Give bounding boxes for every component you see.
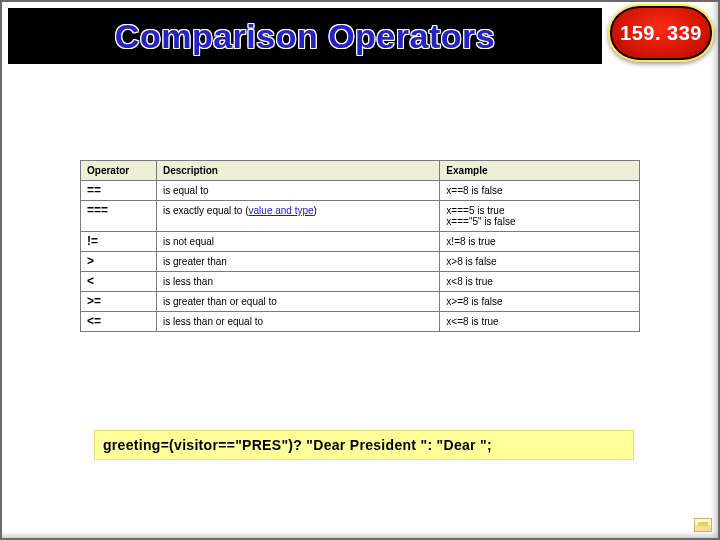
cell-example: x==8 is false — [440, 181, 640, 201]
table-row: <= is less than or equal to x<=8 is true — [81, 312, 640, 332]
cell-description: is greater than — [156, 252, 439, 272]
cell-description: is less than — [156, 272, 439, 292]
page-title: Comparison Operators — [115, 17, 495, 56]
cell-operator: > — [81, 252, 157, 272]
col-header-description: Description — [156, 161, 439, 181]
cell-example: x<=8 is true — [440, 312, 640, 332]
table-row: > is greater than x>8 is false — [81, 252, 640, 272]
cell-operator: >= — [81, 292, 157, 312]
cell-example: x>=8 is false — [440, 292, 640, 312]
cell-operator: != — [81, 232, 157, 252]
desc-prefix: is exactly equal to ( — [163, 205, 249, 216]
table-row: == is equal to x==8 is false — [81, 181, 640, 201]
cell-example: x>8 is false — [440, 252, 640, 272]
cell-description: is greater than or equal to — [156, 292, 439, 312]
slide: Comparison Operators 159. 339 Operator D… — [0, 0, 720, 540]
table-row: >= is greater than or equal to x>=8 is f… — [81, 292, 640, 312]
table-body: == is equal to x==8 is false === is exac… — [81, 181, 640, 332]
cell-description: is not equal — [156, 232, 439, 252]
cell-description: is less than or equal to — [156, 312, 439, 332]
table-row: != is not equal x!=8 is true — [81, 232, 640, 252]
code-snippet: greeting=(visitor=="PRES")? "Dear Presid… — [94, 430, 634, 460]
table-row: < is less than x<8 is true — [81, 272, 640, 292]
cell-operator: < — [81, 272, 157, 292]
cell-operator: === — [81, 201, 157, 232]
slide-number-badge: 159. 339 — [608, 4, 714, 62]
col-header-example: Example — [440, 161, 640, 181]
cell-example: x===5 is true x==="5" is false — [440, 201, 640, 232]
slide-number: 159. 339 — [620, 22, 702, 45]
table-header: Operator Description Example — [81, 161, 640, 181]
cell-description: is exactly equal to (value and type) — [156, 201, 439, 232]
title-bar: Comparison Operators — [8, 8, 602, 64]
cell-description: is equal to — [156, 181, 439, 201]
cell-example: x<8 is true — [440, 272, 640, 292]
operators-table: Operator Description Example == is equal… — [80, 160, 640, 332]
cell-example: x!=8 is true — [440, 232, 640, 252]
cell-operator: == — [81, 181, 157, 201]
page-icon — [694, 518, 712, 532]
desc-link-value-and-type[interactable]: value and type — [249, 205, 314, 216]
col-header-operator: Operator — [81, 161, 157, 181]
table-row: === is exactly equal to (value and type)… — [81, 201, 640, 232]
desc-suffix: ) — [314, 205, 317, 216]
cell-operator: <= — [81, 312, 157, 332]
